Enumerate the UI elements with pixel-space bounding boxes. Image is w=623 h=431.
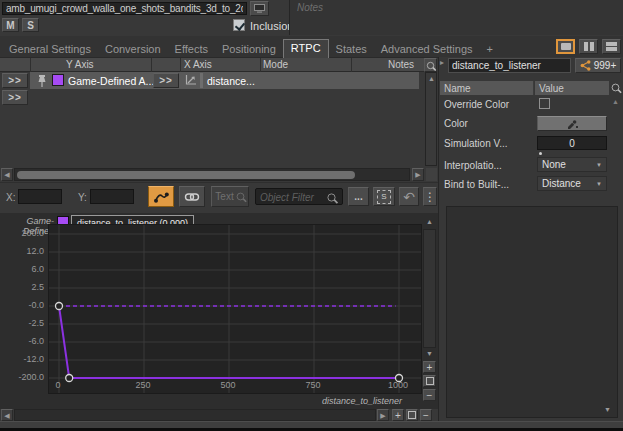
status-strip xyxy=(0,421,623,428)
object-filter-placeholder: Object Filter xyxy=(260,192,314,203)
filter-more-button[interactable]: ... xyxy=(348,187,369,206)
y-coordinate-label: Y: xyxy=(78,192,87,203)
column-header-y-axis[interactable]: Y Axis xyxy=(66,59,94,70)
tab-effects[interactable]: Effects xyxy=(168,41,215,58)
property-column-value[interactable]: Value xyxy=(535,81,609,95)
parameter-name-field[interactable] xyxy=(448,58,571,73)
graph-scroll-down-button[interactable]: ▼ xyxy=(426,350,433,357)
property-search-button[interactable] xyxy=(611,82,620,94)
graph-hscroll-left-button[interactable]: ◀ xyxy=(1,409,13,421)
references-button[interactable]: 999+ xyxy=(575,58,621,73)
solo-button[interactable]: S xyxy=(22,18,39,32)
layout-single-pane-button[interactable] xyxy=(556,39,575,54)
tab-bar-tabs: General SettingsConversionEffectsPositio… xyxy=(2,39,500,58)
tab-general-settings[interactable]: General Settings xyxy=(2,41,98,58)
search-icon xyxy=(427,61,434,68)
y-tick-label: -0.0 xyxy=(0,300,44,310)
property-column-name[interactable]: Name xyxy=(440,81,534,95)
rtpc-table-hscrollbar[interactable] xyxy=(14,168,410,181)
tab-advanced-settings[interactable]: Advanced Settings xyxy=(374,41,480,58)
tab-rtpc[interactable]: RTPC xyxy=(283,39,329,58)
drag-handle[interactable] xyxy=(200,73,203,88)
column-header-x-axis[interactable]: X Axis xyxy=(184,59,212,70)
x-coordinate-input[interactable] xyxy=(18,189,62,204)
game-parameter-icon xyxy=(184,74,197,86)
link-button[interactable] xyxy=(179,186,205,207)
rtpc-table-vscrollbar[interactable]: ▲ xyxy=(425,72,437,166)
y-tick-label: -2.5 xyxy=(0,318,44,328)
object-filter-input[interactable]: Object Filter xyxy=(255,188,343,205)
curve-point-handle[interactable] xyxy=(56,303,63,310)
rtpc-row2-expander-button[interactable]: >> xyxy=(2,90,28,105)
timeline-zoom-in-button[interactable]: + xyxy=(392,409,404,421)
layout-split-horizontal-button[interactable] xyxy=(602,39,621,54)
inclusion-checkbox[interactable] xyxy=(233,19,245,31)
object-display-button[interactable] xyxy=(250,1,269,16)
splitter-arrow-icon[interactable]: ▸ xyxy=(440,58,444,67)
graph-scroll-up-button[interactable]: ▲ xyxy=(426,218,433,225)
rtpc-hscroll-left-button[interactable]: ◀ xyxy=(1,168,13,181)
timeline-zoom-fit-button[interactable] xyxy=(406,409,418,421)
tab-states[interactable]: States xyxy=(329,41,374,58)
revert-button[interactable]: ↶ xyxy=(399,187,419,206)
text-search-button[interactable]: Text xyxy=(211,186,249,207)
notes-placeholder: Notes xyxy=(297,2,323,13)
y-axis-cell-text[interactable]: Game-Defined A... xyxy=(68,75,154,87)
fit-view-icon xyxy=(426,377,434,385)
graph-options-menu-button[interactable]: ⋮ xyxy=(423,187,437,206)
object-name-field[interactable] xyxy=(2,2,247,15)
pin-icon[interactable] xyxy=(36,74,48,88)
link-icon xyxy=(184,190,200,204)
layout-split-vertical-button[interactable] xyxy=(579,39,598,54)
y-coordinate-input[interactable] xyxy=(90,189,134,204)
column-header-notes[interactable]: Notes xyxy=(388,59,414,70)
graph-zoom-in-button[interactable]: + xyxy=(423,361,436,373)
text-search-label: Text xyxy=(215,191,233,202)
notes-field[interactable]: Notes xyxy=(289,0,623,35)
tab-conversion[interactable]: Conversion xyxy=(98,41,168,58)
selection-icon: S xyxy=(377,190,391,204)
search-icon xyxy=(612,84,620,92)
x-axis-cell-text[interactable]: distance... xyxy=(207,75,255,87)
scroll-up-icon[interactable]: ▲ xyxy=(428,75,435,82)
rtpc-hscroll-right-button[interactable]: ▶ xyxy=(412,168,424,181)
graph-zoom-out-button[interactable]: − xyxy=(423,389,436,401)
hscroll-thumb[interactable] xyxy=(17,171,355,179)
y-tick-label: 6.0 xyxy=(0,264,44,274)
fit-view-icon xyxy=(408,411,416,419)
simulation-value-input[interactable]: 0 xyxy=(537,136,607,150)
selection-tool-button[interactable]: S xyxy=(373,187,395,206)
undo-icon: ↶ xyxy=(403,189,415,205)
search-icon xyxy=(236,193,244,201)
property-name: Color xyxy=(444,118,468,129)
graph-vscrollbar[interactable] xyxy=(423,229,436,348)
rtpc-search-button[interactable] xyxy=(424,58,437,72)
graph-zoom-fit-button[interactable] xyxy=(423,375,436,387)
share-references-icon xyxy=(580,60,591,71)
color-picker-button[interactable] xyxy=(537,116,607,131)
rtpc-row1-expander-button[interactable]: >> xyxy=(2,73,28,88)
graph-hscroll-right-button[interactable]: ▶ xyxy=(377,409,389,421)
curve-color-swatch[interactable] xyxy=(52,74,64,86)
display-icon xyxy=(254,4,265,13)
graph-widget: Game-Defined distance_to_listener (0.000… xyxy=(0,213,438,409)
plot-area[interactable] xyxy=(48,224,422,394)
interpolation-dropdown[interactable]: None ▼ xyxy=(537,157,607,172)
curve-point-mode-toggle[interactable] xyxy=(148,186,174,207)
rtpc-row1-x-expander-button[interactable]: >> xyxy=(153,73,179,88)
slider-position-dot xyxy=(539,152,542,155)
tab--[interactable]: + xyxy=(480,41,500,58)
search-icon xyxy=(327,193,335,201)
dropdown-value: None xyxy=(542,159,566,170)
graph-hscrollbar[interactable] xyxy=(14,409,376,421)
panel-scroll-down-button[interactable]: ▼ xyxy=(604,406,611,413)
tab-positioning[interactable]: Positioning xyxy=(215,41,283,58)
split-horizontal-icon xyxy=(606,42,617,46)
override-color-checkbox[interactable] xyxy=(539,98,550,109)
property-panel-lower-area: ▼ xyxy=(446,206,618,418)
column-header-mode[interactable]: Mode xyxy=(263,59,288,70)
property-scroll-up-icon[interactable]: ▲ xyxy=(612,98,619,105)
bind-to-builtin-dropdown[interactable]: Distance ▼ xyxy=(537,176,607,191)
mute-button[interactable]: M xyxy=(2,18,19,32)
timeline-zoom-out-button[interactable]: − xyxy=(420,409,432,421)
